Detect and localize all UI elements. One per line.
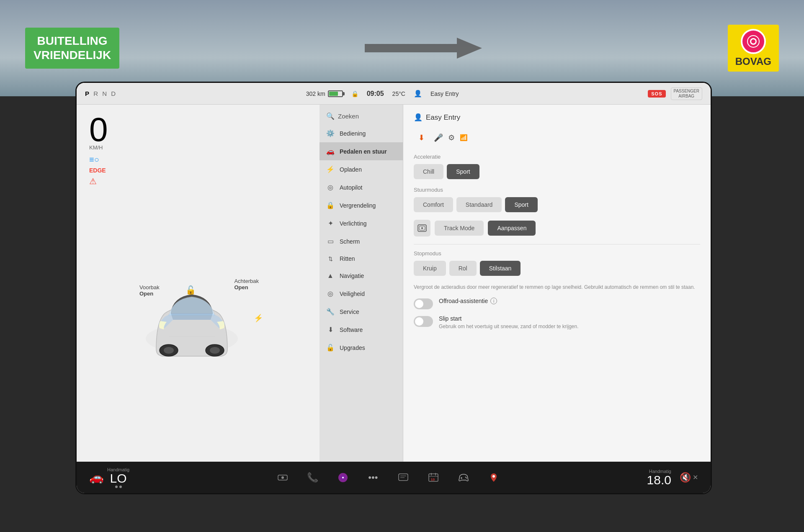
taskbar-location-icon[interactable] <box>485 469 502 486</box>
offroad-toggle-row: Offroad-assistentie i <box>414 298 700 309</box>
gear-r: R <box>93 90 99 97</box>
airbag-button[interactable]: PASSENGERAIRBAG <box>671 87 703 100</box>
service-icon: 🔧 <box>326 308 335 316</box>
veiligheid-icon: ◎ <box>326 290 335 298</box>
upgrades-icon: 🔓 <box>326 344 335 352</box>
svg-rect-18 <box>399 474 408 481</box>
aanpassen-button[interactable]: Aanpassen <box>488 221 536 236</box>
taskbar-gear-value: LO <box>107 472 129 485</box>
menu-item-upgrades[interactable]: 🔓 Upgrades <box>320 339 403 357</box>
headlights-icon: ≡○ <box>89 155 99 164</box>
taskbar: 🚗 Handmatig LO 📞 <box>77 462 711 493</box>
acceleratie-sport-btn[interactable]: Sport <box>447 164 479 179</box>
separator-1 <box>414 244 700 244</box>
slip-start-toggle[interactable] <box>414 316 433 327</box>
dot-1 <box>115 486 118 488</box>
taskbar-more-icon[interactable]: ••• <box>364 469 382 486</box>
track-icon-svg <box>417 223 427 233</box>
edge-icon: EDGE <box>89 167 106 174</box>
acceleratie-buttons: Chill Sport <box>414 164 700 179</box>
offroad-toggle[interactable] <box>414 298 433 309</box>
menu-item-software[interactable]: ⬇ Software <box>320 321 403 339</box>
taskbar-games-icon[interactable] <box>455 469 472 486</box>
bovag-sign: BOVAG <box>728 25 779 72</box>
menu-item-pedalen[interactable]: 🚗 Pedalen en stuur <box>320 142 403 160</box>
status-icon-edge: EDGE <box>89 167 311 174</box>
menu-item-opladen[interactable]: ⚡ Opladen <box>320 160 403 178</box>
gear-status-icon: ⚙ <box>448 133 455 142</box>
search-row[interactable]: 🔍 Zoeken <box>320 108 403 124</box>
ritten-icon: ⇅ <box>326 256 335 262</box>
person-header-icon: 👤 <box>414 113 423 122</box>
track-mode-row: Track Mode Aanpassen <box>414 220 700 236</box>
car-view: Voorbak Open Achterbak Open 🔓 ⚡ <box>131 276 265 364</box>
stopmodus-stilstaan-btn[interactable]: Stilstaan <box>480 261 521 276</box>
gear-p: P <box>85 90 90 97</box>
slip-start-label-group: Slip start Gebruik om het voertuig uit s… <box>439 315 700 330</box>
taskbar-calendar-icon[interactable]: 13 <box>425 469 442 486</box>
taskbar-messages-icon[interactable] <box>394 469 412 486</box>
menu-item-service[interactable]: 🔧 Service <box>320 303 403 321</box>
sos-button[interactable]: SOS <box>648 90 665 98</box>
stopmodus-kruip-btn[interactable]: Kruip <box>414 261 446 276</box>
prnd-display: P R N D <box>85 90 117 97</box>
taskbar-volume-control[interactable]: 🔇 ✕ <box>680 472 698 483</box>
menu-item-ritten[interactable]: ⇅ Ritten <box>320 250 403 267</box>
speed-value: 0 <box>89 113 311 146</box>
volume-icon: 🔇 <box>680 472 691 483</box>
download-status-icon: ⬇ <box>414 130 429 145</box>
status-center: 302 km 🔒 09:05 25°C 👤 Easy Entry <box>306 90 459 98</box>
stopmodus-rol-btn[interactable]: Rol <box>449 261 477 276</box>
menu-panel: 🔍 Zoeken ⚙️ Bediening 🚗 Pedalen en stuur… <box>320 105 403 462</box>
car-svg <box>131 284 253 364</box>
charge-icon: ⚡ <box>254 314 263 323</box>
stopmodus-buttons: Kruip Rol Stilstaan <box>414 261 700 276</box>
menu-item-autopilot[interactable]: ◎ Autopilot <box>320 178 403 196</box>
svg-point-14 <box>281 476 284 479</box>
offroad-label: Offroad-assistentie i <box>439 298 700 304</box>
stuurmodus-sport-btn[interactable]: Sport <box>505 197 537 212</box>
scherm-label: Scherm <box>340 238 360 245</box>
search-label[interactable]: Zoeken <box>338 113 359 120</box>
status-icon-warning: ⚠ <box>89 176 311 186</box>
stuurmodus-standaard-btn[interactable]: Standaard <box>456 197 502 212</box>
direction-arrow <box>365 36 482 61</box>
menu-item-veiligheid[interactable]: ◎ Veiligheid <box>320 285 403 303</box>
battery-info: 302 km <box>306 90 343 97</box>
slip-start-toggle-row: Slip start Gebruik om het voertuig uit s… <box>414 315 700 330</box>
signal-icon: 📶 <box>460 134 468 141</box>
car-container: Voorbak Open Achterbak Open 🔓 ⚡ <box>85 186 311 453</box>
bediening-label: Bediening <box>340 130 366 137</box>
offroad-info-icon[interactable]: i <box>490 298 497 304</box>
dot-2 <box>119 486 122 488</box>
menu-item-scherm[interactable]: ▭ Scherm <box>320 232 403 250</box>
menu-item-navigatie[interactable]: ▲ Navigatie <box>320 267 403 285</box>
menu-item-verlichting[interactable]: ✦ Verlichting <box>320 214 403 232</box>
tesla-screen: P R N D 302 km 🔒 09:05 25°C 👤 Easy Entry <box>75 82 712 494</box>
gear-n: N <box>102 90 108 97</box>
menu-item-bediening[interactable]: ⚙️ Bediening <box>320 124 403 142</box>
offroad-label-group: Offroad-assistentie i <box>439 298 700 304</box>
veiligheid-label: Veiligheid <box>340 290 365 297</box>
acceleratie-chill-btn[interactable]: Chill <box>414 164 443 179</box>
slip-start-label: Slip start <box>439 315 700 322</box>
lock-status-icon: 🔒 <box>351 90 358 97</box>
taskbar-media-icon[interactable] <box>334 469 352 486</box>
stuurmodus-title: Stuurmodus <box>414 187 700 193</box>
taskbar-car-icon[interactable]: 🚗 <box>89 470 104 484</box>
panel-header: 👤 Easy Entry <box>414 113 700 122</box>
top-icons-row: ⬇ 🎤 ⚙ 📶 <box>414 130 700 145</box>
taskbar-phone-icon[interactable]: 📞 <box>304 469 322 486</box>
settings-panel: 👤 Easy Entry ⬇ 🎤 ⚙ 📶 Acceleratie Chill S… <box>403 105 711 462</box>
menu-item-vergrendeling[interactable]: 🔒 Vergrendeling <box>320 196 403 214</box>
navigatie-label: Navigatie <box>340 272 364 279</box>
easy-entry-label[interactable]: Easy Entry <box>430 90 459 97</box>
taskbar-music-icon[interactable] <box>274 469 291 486</box>
temperature-display: 25°C <box>392 90 405 97</box>
battery-icon <box>328 90 343 97</box>
stuurmodus-comfort-btn[interactable]: Comfort <box>414 197 453 212</box>
track-mode-button[interactable]: Track Mode <box>435 221 484 236</box>
time-display: 09:05 <box>367 90 384 98</box>
software-label: Software <box>340 326 363 333</box>
autopilot-label: Autopilot <box>340 184 362 191</box>
